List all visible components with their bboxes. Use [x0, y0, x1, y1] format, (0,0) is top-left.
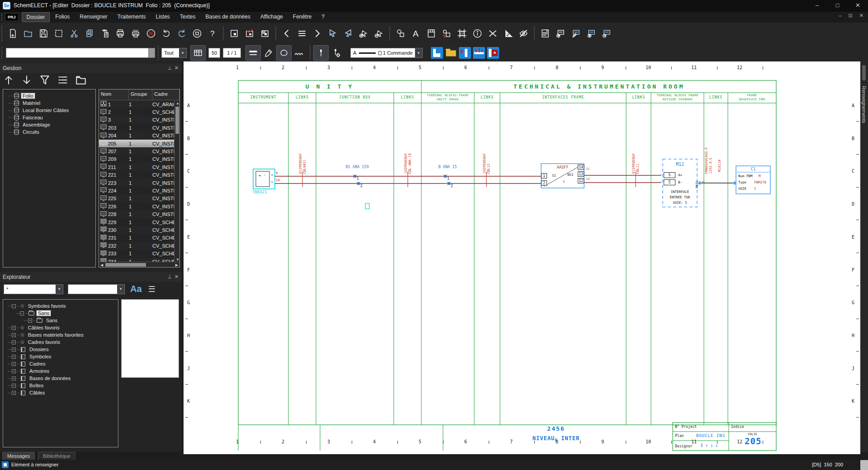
menu-item-traitements[interactable]: Traitements	[113, 12, 151, 22]
frame-icon[interactable]	[424, 26, 439, 41]
minimize-button[interactable]: –	[807, 0, 827, 12]
expand-icon[interactable]: +	[12, 326, 16, 330]
menu-item-affichage[interactable]: Affichage	[256, 12, 288, 22]
mdi-window-controls[interactable]: – ⊡ ✕	[839, 13, 866, 19]
table-vscrollbar[interactable]: ▲ ▼	[174, 100, 179, 263]
table-row-folio-203[interactable]: 2031CV_INSTR	[99, 124, 179, 132]
pointer-icon[interactable]	[325, 26, 340, 41]
explorateur-tree-item-cadres[interactable]: +Cadres	[3, 360, 118, 367]
explorateur-tree-item-sans[interactable]: −Sans	[3, 310, 118, 317]
note-icon[interactable]	[538, 26, 553, 41]
print-icon[interactable]	[113, 26, 128, 41]
expand-icon[interactable]: +	[12, 369, 16, 373]
drawing-canvas[interactable]: U N I T YTECHNICAL & INSTRUMENTATION ROO…	[184, 61, 860, 454]
prj-badge[interactable]: PRJ	[5, 13, 19, 21]
undo-icon[interactable]	[159, 26, 174, 41]
folder-icon[interactable]	[75, 74, 87, 88]
zoom-out-pointer-icon[interactable]	[371, 26, 387, 41]
gestion-tree-item-local-bornier-câbles[interactable]: Local Bornier Câbles	[3, 107, 95, 114]
menu-item-renseigner[interactable]: Renseigner	[75, 12, 112, 22]
cut-icon[interactable]	[66, 26, 82, 41]
table-row-folio-233[interactable]: 2331CV_SCHE	[99, 249, 179, 257]
redo-icon[interactable]	[174, 26, 189, 41]
coil-icon[interactable]	[292, 45, 307, 61]
pin-vertical-icon[interactable]	[313, 45, 329, 61]
hatch-icon[interactable]	[454, 26, 470, 41]
table-row-folio-230[interactable]: 2301CV_SCHE	[99, 226, 179, 234]
table-row-folio-205[interactable]: 2051CV_INSTR	[99, 140, 179, 147]
comment-sync-icon[interactable]	[584, 26, 599, 41]
help-icon[interactable]: ?	[205, 26, 220, 41]
line-style-checkbox[interactable]	[378, 51, 381, 55]
explorateur-filter-combo[interactable]: *▼	[4, 284, 63, 294]
gestion-tree-item-assemblage[interactable]: Assemblage	[3, 121, 95, 128]
schema-add-icon[interactable]	[473, 47, 485, 59]
expand-icon[interactable]: +	[28, 319, 32, 323]
maximize-button[interactable]: □	[827, 0, 848, 12]
schema-pdf-icon[interactable]: A	[487, 47, 499, 59]
explorateur-tree-item-armoires[interactable]: +Armoires	[3, 367, 118, 375]
explorateur-tree-item-cadres-favoris[interactable]: +☆Cadres favoris	[3, 338, 118, 346]
text-icon[interactable]: A	[408, 26, 424, 41]
expand-icon[interactable]: +	[12, 362, 16, 366]
expand-icon[interactable]: +	[12, 333, 16, 337]
explorateur-tree-item-dossiers[interactable]: +Dossiers	[3, 346, 118, 353]
table-row-folio-226[interactable]: 2261CV_INSTR	[99, 202, 179, 210]
filter-funnel-icon[interactable]	[39, 74, 51, 88]
pin-icon[interactable]: ⊥	[167, 65, 172, 71]
table-row-folio-204[interactable]: 2041CV_INSTR	[99, 132, 179, 140]
drag-grip[interactable]	[1, 26, 3, 41]
close-button[interactable]: ✕	[848, 0, 868, 12]
folio-table-header[interactable]: Nom Groupe Cadre	[99, 89, 179, 100]
table-row-folio-211[interactable]: 2111CV_INSTR	[99, 163, 179, 171]
grid-table-icon[interactable]	[190, 45, 206, 61]
ellipse-icon[interactable]	[276, 45, 292, 61]
schema-blue-icon[interactable]	[431, 47, 443, 59]
cancel-icon[interactable]	[143, 26, 159, 41]
scale-input[interactable]: 50	[208, 48, 220, 58]
zoom-in-pointer-icon[interactable]	[356, 26, 371, 41]
expand-icon[interactable]: +	[12, 376, 16, 381]
filter-combo[interactable]: Tout▼	[161, 48, 187, 58]
next-folio-icon[interactable]	[310, 26, 325, 41]
renseignements-tab[interactable]: Renseignements	[861, 86, 867, 123]
pointer-alt-icon[interactable]	[340, 26, 356, 41]
pin-icon[interactable]: ⊥	[167, 274, 172, 280]
collapse-icon[interactable]: −	[20, 311, 24, 315]
table-row-folio-2[interactable]: 21CV_SCHE	[99, 108, 179, 116]
menu-lines-icon[interactable]: ☰	[148, 284, 156, 294]
gestion-tree-item-folio[interactable]: Folio	[3, 92, 95, 99]
line-style-combo[interactable]: A 1 Commande ▼	[350, 48, 423, 58]
folio-checked-icon[interactable]	[242, 26, 257, 41]
tab-messages[interactable]: Messages	[2, 452, 35, 460]
pin-gear-icon[interactable]	[329, 45, 344, 61]
delete-icon[interactable]	[485, 26, 500, 41]
selection-icon[interactable]	[51, 26, 66, 41]
new-file-icon[interactable]	[5, 26, 20, 41]
table-row-folio-229[interactable]: 2291CV_SCHE	[99, 218, 179, 226]
folio-list-icon[interactable]	[294, 26, 310, 41]
menu-item-textes[interactable]: Textes	[175, 12, 200, 22]
explorateur-tree-item-symboles-favoris[interactable]: −☆Symboles favoris	[3, 302, 118, 310]
schema-export-icon[interactable]: ✗	[459, 47, 471, 59]
print-pdf-icon[interactable]: PDF	[128, 26, 143, 41]
expand-icon[interactable]: +	[12, 391, 16, 395]
save-icon[interactable]	[36, 26, 51, 41]
table-row-folio-231[interactable]: 2311CV_SCHE	[99, 234, 179, 242]
font-Aa-icon[interactable]: Aa	[130, 284, 142, 294]
command-input[interactable]	[6, 48, 149, 58]
table-row-folio-228[interactable]: 2281CV_INSTR	[99, 210, 179, 218]
down-arrow-icon[interactable]	[21, 74, 33, 88]
menu-item-folios[interactable]: Folios	[51, 12, 74, 22]
menu-item-bases-de-donn-es[interactable]: Bases de données	[201, 12, 255, 22]
table-hscrollbar[interactable]: ◀ ▶	[99, 262, 179, 267]
table-row-folio-225[interactable]: 2251CV_INSTR	[99, 195, 179, 202]
table-row-folio-1[interactable]: 11CV_ARAIG	[99, 100, 179, 108]
scrollbar-thumb[interactable]	[862, 65, 866, 80]
list-view-icon[interactable]	[57, 74, 69, 88]
gestion-tree-item-circuits[interactable]: Circuits	[3, 128, 95, 136]
explorateur-tree-item-bases-matériels-favorites[interactable]: +☆Bases matériels favorites	[3, 331, 118, 338]
expand-icon[interactable]: +	[12, 355, 16, 359]
paste-icon[interactable]	[97, 26, 113, 41]
table-row-folio-3[interactable]: 31CV_INSTR	[99, 116, 179, 124]
